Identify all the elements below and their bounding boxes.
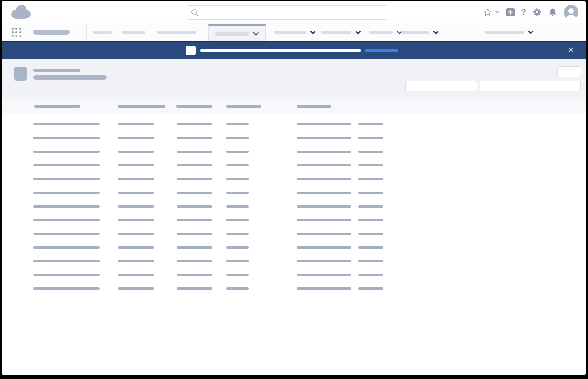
cell-value-placeholder: [118, 219, 154, 221]
table-row[interactable]: [2, 254, 586, 268]
nav-divider: [86, 25, 87, 40]
list-control-button[interactable]: [536, 81, 567, 91]
banner-close-icon[interactable]: ✕: [568, 45, 574, 55]
table-row[interactable]: [2, 186, 586, 200]
nav-tab[interactable]: [369, 23, 402, 42]
cell-value-placeholder: [177, 274, 212, 276]
favorites-chevron-down-icon[interactable]: [495, 10, 500, 14]
table-row[interactable]: [2, 145, 586, 159]
cell-value-placeholder: [226, 274, 249, 276]
table-row[interactable]: [2, 159, 586, 172]
table-row[interactable]: [2, 282, 586, 296]
cell-value-placeholder: [226, 205, 249, 208]
cell-value-placeholder: [358, 219, 383, 221]
table-row[interactable]: [2, 213, 586, 227]
banner-badge-icon: [186, 46, 196, 55]
cell-value-placeholder: [358, 178, 383, 180]
app-launcher-waffle-icon[interactable]: [12, 28, 21, 37]
cell-value-placeholder: [358, 274, 383, 276]
app-name-placeholder: [33, 30, 70, 35]
nav-tab[interactable]: [485, 23, 534, 42]
cell-value-placeholder: [358, 192, 383, 194]
nav-tab-label-placeholder: [369, 31, 393, 34]
header-icons: ?: [483, 1, 578, 23]
salesforce-cloud-logo-icon[interactable]: [10, 5, 31, 20]
list-control-button[interactable]: [480, 81, 505, 91]
cell-value-placeholder: [226, 233, 249, 235]
chevron-down-icon: [528, 31, 534, 34]
cell-value-placeholder: [177, 192, 212, 194]
table-row[interactable]: [2, 118, 586, 131]
cell-value-placeholder: [358, 246, 383, 249]
nav-tab-label-placeholder: [485, 31, 524, 34]
user-avatar[interactable]: [564, 5, 578, 20]
cell-value-placeholder: [118, 287, 154, 290]
table-row[interactable]: [2, 227, 586, 241]
column-header-placeholder[interactable]: [118, 105, 165, 108]
cell-value-placeholder: [358, 123, 383, 125]
column-header-placeholder[interactable]: [297, 105, 331, 108]
nav-tab[interactable]: [157, 23, 196, 42]
cell-value-placeholder: [118, 260, 154, 262]
cell-value-placeholder: [297, 178, 351, 180]
cell-value-placeholder: [297, 205, 351, 208]
table-row[interactable]: [2, 131, 586, 145]
page-action-button[interactable]: [557, 66, 581, 77]
cell-value-placeholder: [226, 164, 249, 166]
list-control-button[interactable]: [505, 81, 536, 91]
cell-value-placeholder: [33, 260, 100, 262]
banner-link-placeholder[interactable]: [365, 49, 398, 52]
chevron-down-icon: [355, 31, 361, 34]
app-window: ?: [2, 1, 586, 375]
global-search-input[interactable]: [199, 5, 387, 20]
column-header-placeholder[interactable]: [226, 105, 261, 108]
cell-value-placeholder: [177, 123, 212, 125]
cell-value-placeholder: [358, 205, 383, 208]
nav-bar: [2, 23, 586, 42]
cell-value-placeholder: [118, 233, 154, 235]
list-search-input[interactable]: [405, 81, 477, 91]
nav-tab-label-placeholder: [215, 32, 249, 36]
table-body: [2, 113, 586, 296]
cell-value-placeholder: [226, 192, 249, 194]
nav-tab[interactable]: [274, 23, 316, 42]
cell-value-placeholder: [177, 205, 212, 208]
nav-tab[interactable]: [93, 23, 112, 42]
chevron-down-icon: [433, 31, 439, 34]
cell-value-placeholder: [226, 219, 249, 221]
nav-tab[interactable]: [321, 23, 361, 42]
cell-value-placeholder: [177, 287, 212, 290]
page-title-eyebrow-placeholder: [33, 69, 80, 72]
help-question-icon[interactable]: ?: [521, 8, 526, 17]
cell-value-placeholder: [226, 260, 249, 262]
list-control-button[interactable]: [567, 81, 580, 91]
cell-value-placeholder: [226, 178, 249, 180]
table-row[interactable]: [2, 268, 586, 282]
table-row[interactable]: [2, 241, 586, 254]
cell-value-placeholder: [33, 287, 100, 290]
cell-value-placeholder: [33, 219, 100, 221]
cell-value-placeholder: [177, 260, 212, 262]
cell-value-placeholder: [33, 192, 100, 194]
cell-value-placeholder: [297, 164, 351, 166]
avatar-shoulders-shape: [566, 15, 576, 20]
nav-tab-selected[interactable]: [208, 24, 266, 41]
table-row[interactable]: [2, 200, 586, 213]
cell-value-placeholder: [358, 164, 383, 166]
cell-value-placeholder: [297, 246, 351, 249]
cell-value-placeholder: [118, 164, 154, 166]
add-plus-icon[interactable]: [506, 8, 515, 16]
nav-tab[interactable]: [122, 23, 145, 42]
column-header-placeholder[interactable]: [176, 105, 212, 108]
setup-gear-icon[interactable]: [533, 8, 542, 16]
table-row[interactable]: [2, 172, 586, 186]
cell-value-placeholder: [118, 123, 154, 125]
page-title-placeholder: [33, 75, 107, 80]
global-search-box[interactable]: [187, 5, 387, 20]
notifications-bell-icon[interactable]: [548, 8, 557, 17]
cell-value-placeholder: [118, 178, 154, 180]
column-header-placeholder[interactable]: [34, 105, 80, 108]
favorites-star-icon[interactable]: [483, 8, 492, 17]
cell-value-placeholder: [118, 205, 154, 208]
nav-tab[interactable]: [401, 23, 439, 42]
